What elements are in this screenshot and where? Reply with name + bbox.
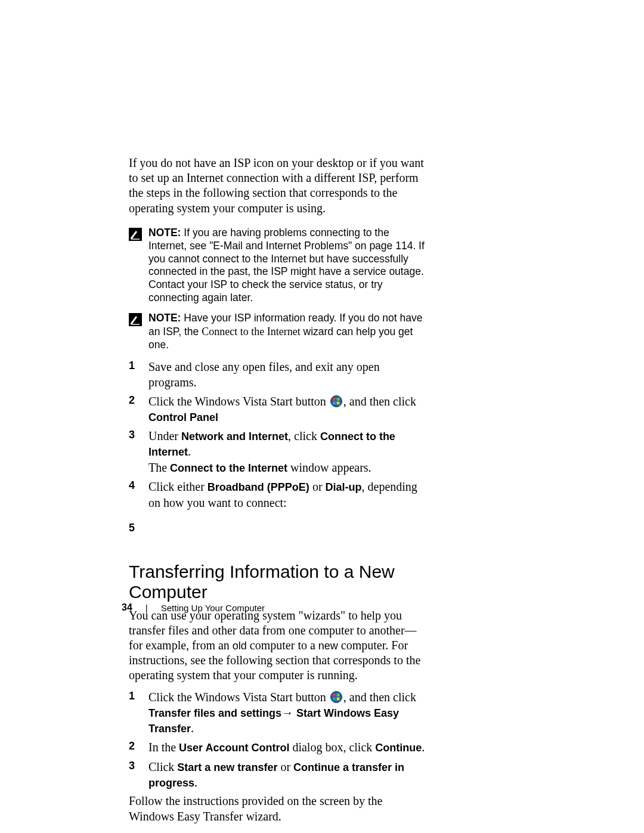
ui-term: Network and Internet bbox=[181, 431, 288, 442]
ui-term: Transfer files and settings bbox=[148, 707, 281, 719]
step-body bbox=[148, 521, 427, 537]
svg-rect-5 bbox=[333, 401, 336, 404]
section-heading: Transferring Information to a New Comput… bbox=[129, 562, 427, 602]
svg-point-7 bbox=[330, 691, 342, 702]
intro-paragraph: If you do not have an ISP icon on your d… bbox=[129, 156, 427, 216]
step-text: . bbox=[191, 721, 194, 735]
step-text: , and then click bbox=[343, 395, 416, 408]
step-number: 1 bbox=[129, 359, 148, 372]
step-text: dialog box, click bbox=[289, 741, 375, 754]
ui-term: Dial-up bbox=[326, 481, 362, 493]
document-page: If you do not have an ISP icon on your d… bbox=[0, 0, 644, 833]
paragraph-text: computer to a bbox=[247, 639, 318, 652]
step-text: Click either bbox=[148, 480, 208, 493]
step-text: The bbox=[148, 461, 170, 474]
list-item: 2 Click the Windows Vista Start button ,… bbox=[129, 394, 427, 425]
note-block-2: NOTE: Have your ISP information ready. I… bbox=[129, 312, 427, 352]
step-text: In the bbox=[148, 741, 179, 754]
list-item: 3 Click Start a new transfer or Continue… bbox=[129, 759, 427, 791]
page-number: 34 bbox=[122, 602, 132, 613]
ui-term: Start a new transfer bbox=[177, 761, 277, 773]
step-text: window appears. bbox=[287, 461, 371, 474]
ui-term: Control Panel bbox=[148, 411, 218, 423]
page-footer: 34 | Setting Up Your Computer bbox=[122, 602, 420, 613]
sans-term: old bbox=[233, 640, 247, 652]
content-column: If you do not have an ISP icon on your d… bbox=[129, 156, 427, 824]
svg-rect-8 bbox=[333, 693, 336, 696]
footer-section-name: Setting Up Your Computer bbox=[161, 603, 265, 613]
sans-term: new bbox=[318, 640, 338, 652]
step-number: 4 bbox=[129, 479, 148, 492]
step-text: Click the Windows Vista Start button bbox=[148, 395, 329, 408]
step-number: 2 bbox=[129, 394, 148, 407]
step-number: 3 bbox=[129, 759, 148, 772]
step-text: . bbox=[188, 445, 191, 458]
note-body: If you are having problems connecting to… bbox=[148, 227, 425, 304]
outro-paragraph: Follow the instructions provided on the … bbox=[129, 794, 427, 823]
svg-rect-6 bbox=[336, 401, 339, 404]
svg-rect-10 bbox=[333, 697, 336, 700]
list-item: 1 Click the Windows Vista Start button ,… bbox=[129, 689, 427, 736]
list-item: 3 Under Network and Internet, click Conn… bbox=[129, 428, 427, 475]
note-icon bbox=[129, 313, 142, 326]
windows-start-orb-icon bbox=[330, 691, 342, 703]
step-text: or bbox=[277, 760, 293, 773]
step-body: Under Network and Internet, click Connec… bbox=[148, 428, 427, 475]
ui-term: Broadband (PPPoE) bbox=[208, 481, 309, 493]
step-number: 2 bbox=[129, 739, 148, 753]
step-text: Click bbox=[148, 760, 177, 773]
note-block-1: NOTE: If you are having problems connect… bbox=[129, 227, 427, 305]
arrow-icon: → bbox=[281, 706, 293, 719]
svg-rect-4 bbox=[336, 398, 339, 401]
step-text: or bbox=[309, 480, 326, 493]
step-body: Click Start a new transfer or Continue a… bbox=[148, 759, 427, 791]
ui-term: Connect to the Internet bbox=[170, 462, 287, 474]
step-text: . bbox=[422, 741, 425, 754]
note-icon bbox=[129, 228, 142, 241]
footer-separator: | bbox=[145, 603, 148, 613]
note-icon-wrap bbox=[129, 312, 148, 326]
svg-point-2 bbox=[330, 395, 342, 407]
ui-term: User Account Control bbox=[179, 742, 289, 754]
note-serif-term: Connect to the Internet bbox=[202, 326, 300, 337]
step-number: 3 bbox=[129, 428, 148, 441]
windows-start-orb-icon bbox=[330, 395, 342, 407]
note-label: NOTE: bbox=[148, 312, 181, 324]
ui-term: Continue bbox=[375, 742, 422, 754]
svg-rect-11 bbox=[336, 697, 339, 700]
svg-rect-9 bbox=[336, 693, 339, 696]
step-body: Click either Broadband (PPPoE) or Dial-u… bbox=[148, 479, 427, 510]
list-item: 2 In the User Account Control dialog box… bbox=[129, 739, 427, 755]
transfer-intro-paragraph: You can use your operating system "wizar… bbox=[129, 608, 427, 683]
step-text: Under bbox=[148, 429, 181, 442]
step-list-b: 1 Click the Windows Vista Start button ,… bbox=[129, 689, 427, 791]
step-text: Click the Windows Vista Start button bbox=[148, 690, 329, 704]
note-label: NOTE: bbox=[148, 227, 181, 239]
note-text-1: NOTE: If you are having problems connect… bbox=[148, 227, 427, 305]
step-text: . bbox=[194, 776, 197, 789]
step-list-a: 1 Save and close any open files, and exi… bbox=[129, 359, 427, 537]
note-icon-wrap bbox=[129, 227, 148, 241]
step-text: , and then click bbox=[343, 690, 416, 704]
svg-rect-3 bbox=[333, 398, 336, 401]
step-number: 5 bbox=[129, 521, 148, 534]
note-text-2: NOTE: Have your ISP information ready. I… bbox=[148, 312, 427, 352]
step-body: Click the Windows Vista Start button , a… bbox=[148, 394, 427, 425]
step-number: 1 bbox=[129, 689, 148, 702]
step-text: , click bbox=[288, 429, 320, 442]
list-item: 5 bbox=[129, 521, 427, 537]
step-body: Click the Windows Vista Start button , a… bbox=[148, 689, 427, 736]
step-body: Save and close any open files, and exit … bbox=[148, 359, 427, 390]
step-body: In the User Account Control dialog box, … bbox=[148, 739, 427, 755]
list-item: 4 Click either Broadband (PPPoE) or Dial… bbox=[129, 479, 427, 510]
list-item: 1 Save and close any open files, and exi… bbox=[129, 359, 427, 390]
